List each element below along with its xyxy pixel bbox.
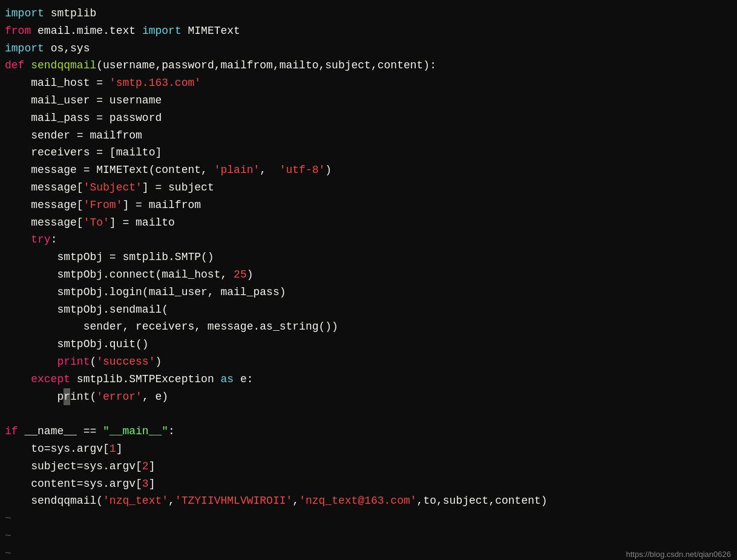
code-line-20: smtpObj.quit() bbox=[0, 336, 737, 353]
code-line-31: ~ bbox=[0, 527, 737, 545]
code-line-1: import smtplib bbox=[0, 5, 737, 22]
code-line-10: message = MIMEText(content, 'plain', 'ut… bbox=[0, 161, 737, 179]
code-line-17: smtpObj.login(mail_user, mail_pass) bbox=[0, 284, 737, 301]
code-line-6: mail_user = username bbox=[0, 92, 737, 109]
code-line-19: sender, receivers, message.as_string()) bbox=[0, 318, 737, 336]
code-line-21: print('success') bbox=[0, 353, 737, 371]
code-line-13: message['To'] = mailto bbox=[0, 214, 737, 232]
code-line-5: mail_host = 'smtp.163.com' bbox=[0, 74, 737, 92]
code-line-4: def sendqqmail(username,password,mailfro… bbox=[0, 57, 737, 74]
code-line-9: receivers = [mailto] bbox=[0, 144, 737, 161]
code-line-3: import os,sys bbox=[0, 40, 737, 57]
code-line-14: try: bbox=[0, 231, 737, 249]
code-line-26: to=sys.argv[1] bbox=[0, 440, 737, 458]
code-line-27: subject=sys.argv[2] bbox=[0, 458, 737, 475]
code-line-11: message['Subject'] = subject bbox=[0, 179, 737, 197]
code-line-28: content=sys.argv[3] bbox=[0, 475, 737, 493]
code-line-25: if __name__ == "__main__": bbox=[0, 423, 737, 440]
code-editor: import smtplib from email.mime.text impo… bbox=[0, 0, 737, 560]
watermark: https://blog.csdn.net/qian0626 bbox=[626, 549, 731, 560]
code-line-29: sendqqmail('nzq_text','TZYIIVHMLVWIROII'… bbox=[0, 492, 737, 510]
code-line-15: smtpObj = smtplib.SMTP() bbox=[0, 249, 737, 266]
code-line-23: print('error', e) bbox=[0, 388, 737, 406]
code-line-7: mail_pass = password bbox=[0, 109, 737, 127]
code-line-12: message['From'] = mailfrom bbox=[0, 197, 737, 214]
code-line-18: smtpObj.sendmail( bbox=[0, 301, 737, 319]
code-line-8: sender = mailfrom bbox=[0, 127, 737, 145]
code-line-22: except smtplib.SMTPException as e: bbox=[0, 371, 737, 388]
code-line-16: smtpObj.connect(mail_host, 25) bbox=[0, 266, 737, 284]
code-line-24 bbox=[0, 405, 737, 423]
code-line-2: from email.mime.text import MIMEText bbox=[0, 22, 737, 40]
code-line-30: ~ bbox=[0, 510, 737, 527]
